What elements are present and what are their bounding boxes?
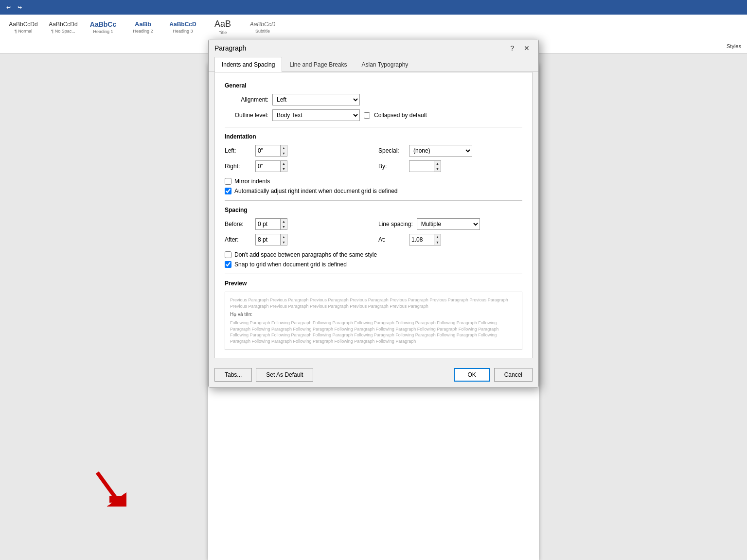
style-normal[interactable]: AaBbCcDd ¶ Normal — [4, 18, 43, 36]
style-no-spacing[interactable]: AaBbCcDd ¶ No Spac... — [44, 18, 83, 36]
style-gallery: AaBbCcDd ¶ Normal AaBbCcDd ¶ No Spac... … — [4, 17, 724, 37]
dialog-controls: ? ✕ — [507, 43, 533, 53]
style-heading3[interactable]: AaBbCcD Heading 3 — [163, 18, 202, 36]
style-heading1[interactable]: AaBbCc Heading 1 — [84, 18, 123, 36]
ribbon-btn-redo[interactable]: ↪ — [15, 3, 24, 12]
dialog-titlebar: Paragraph ? ✕ — [209, 39, 538, 53]
close-button[interactable]: ✕ — [521, 43, 533, 53]
paragraph-dialog: Paragraph ? ✕ Indents and Spacing Line a… — [208, 39, 539, 53]
styles-panel-label: Styles — [725, 41, 743, 51]
style-title[interactable]: AaB Title — [203, 17, 242, 37]
style-heading2[interactable]: AaBb Heading 2 — [124, 18, 162, 36]
ribbon-btn-undo[interactable]: ↩ — [4, 3, 13, 12]
help-icon[interactable]: ? — [507, 43, 517, 53]
ribbon-top: ↩ ↪ — [0, 0, 747, 15]
style-subtitle[interactable]: AaBbCcD Subtitle — [243, 18, 282, 36]
dialog-title: Paragraph — [214, 44, 246, 52]
